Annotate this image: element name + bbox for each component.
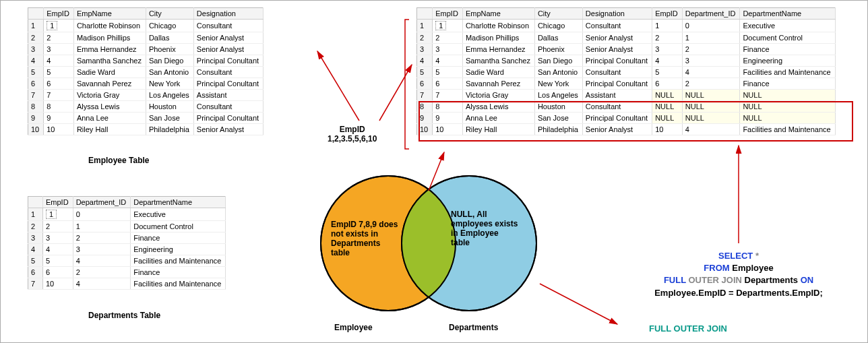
cell: 10 bbox=[652, 124, 683, 135]
cell: Executive bbox=[740, 20, 835, 32]
cell: Phoenix bbox=[146, 44, 193, 55]
cell: Principal Conultant bbox=[582, 55, 652, 67]
cell: 3 bbox=[652, 44, 683, 55]
cell: Document Control bbox=[740, 32, 835, 44]
row-number: 3 bbox=[417, 44, 433, 55]
cell: New York bbox=[146, 78, 193, 90]
cell: Alyssa Lewis bbox=[462, 101, 534, 113]
cell: Principal Conultant bbox=[193, 113, 263, 124]
cell: 8 bbox=[433, 101, 463, 113]
cell: New York bbox=[534, 78, 582, 90]
cell: 4 bbox=[433, 55, 463, 67]
cell: Phoenix bbox=[534, 44, 582, 55]
cell: 1 bbox=[73, 221, 131, 232]
cell: 4 bbox=[682, 124, 740, 135]
cell: San Jose bbox=[534, 113, 582, 124]
cell: Facilities and Maintenance bbox=[740, 67, 835, 78]
cell: 2 bbox=[433, 32, 463, 44]
column-header bbox=[28, 8, 44, 20]
cell: 3 bbox=[44, 44, 74, 55]
cell: 3 bbox=[73, 244, 131, 255]
cell: 6 bbox=[652, 78, 683, 90]
column-header: Designation bbox=[193, 8, 263, 20]
cell: 4 bbox=[73, 255, 131, 267]
cell: NULL bbox=[652, 90, 683, 101]
cell: 1 bbox=[682, 32, 740, 44]
cell: 5 bbox=[433, 67, 463, 78]
column-header: EmpName bbox=[462, 8, 534, 20]
cell: San Jose bbox=[146, 113, 193, 124]
cell: Charlotte Robinson bbox=[73, 20, 146, 32]
cell: Finance bbox=[131, 232, 226, 244]
cell: 4 bbox=[44, 55, 74, 67]
cell: Dallas bbox=[534, 32, 582, 44]
cell: NULL bbox=[740, 113, 835, 124]
cell: 10 bbox=[433, 124, 463, 135]
cell: 7 bbox=[44, 90, 74, 101]
cell: Executive bbox=[131, 208, 226, 221]
cell: 2 bbox=[73, 267, 131, 278]
cell: Facilities and Maintenance bbox=[740, 124, 835, 135]
cell: 2 bbox=[682, 44, 740, 55]
join-title: FULL OUTER JOIN bbox=[621, 323, 755, 335]
column-header: DepartmentName bbox=[131, 197, 226, 208]
cell: 4 bbox=[652, 55, 683, 67]
cell: Anna Lee bbox=[462, 113, 534, 124]
cell: Engineering bbox=[740, 55, 835, 67]
join-result-table: EmpIDEmpNameCityDesignationEmpIDDepartme… bbox=[416, 7, 836, 135]
row-number: 4 bbox=[28, 244, 43, 255]
cell: Consultant bbox=[193, 101, 263, 113]
column-header: DepartmentName bbox=[740, 8, 835, 20]
cell: Senior Analyst bbox=[193, 124, 263, 135]
cell: San Diego bbox=[534, 55, 582, 67]
cell: Finance bbox=[131, 267, 226, 278]
cell: 9 bbox=[433, 113, 463, 124]
row-number: 4 bbox=[28, 55, 44, 67]
departments-table: EmpIDDepartment_IDDepartmentName110Execu… bbox=[28, 196, 226, 290]
cell: Los Angeles bbox=[534, 90, 582, 101]
row-number: 5 bbox=[28, 67, 44, 78]
cell: Engineering bbox=[131, 244, 226, 255]
column-header: Designation bbox=[582, 8, 652, 20]
cell: Emma Hernandez bbox=[462, 44, 534, 55]
cell: Senior Analyst bbox=[193, 44, 263, 55]
cell: NULL bbox=[682, 113, 740, 124]
cell: 3 bbox=[43, 232, 73, 244]
cell: San Diego bbox=[146, 55, 193, 67]
cell: Senior Analyst bbox=[193, 32, 263, 44]
employee-table-wrapper: EmpIDEmpNameCityDesignation11Charlotte R… bbox=[28, 7, 264, 135]
cell: 5 bbox=[43, 255, 73, 267]
cell: Victoria Gray bbox=[73, 90, 146, 101]
empid-annotation: EmpID 1,2,3.5,5,6,10 bbox=[328, 125, 377, 144]
departments-table-wrapper: EmpIDDepartment_IDDepartmentName110Execu… bbox=[28, 196, 226, 290]
cell: 5 bbox=[652, 67, 683, 78]
row-number: 8 bbox=[28, 101, 44, 113]
row-number: 6 bbox=[417, 78, 433, 90]
cell: Riley Hall bbox=[73, 124, 146, 135]
row-number: 5 bbox=[28, 255, 43, 267]
row-number: 10 bbox=[28, 124, 44, 135]
column-header: Department_ID bbox=[73, 197, 131, 208]
cell: Madison Phillips bbox=[73, 32, 146, 44]
cell: Assistant bbox=[193, 90, 263, 101]
cell: 3 bbox=[433, 44, 463, 55]
row-number: 1 bbox=[28, 208, 43, 221]
row-number: 10 bbox=[417, 124, 433, 135]
cell: Consultant bbox=[582, 67, 652, 78]
row-number: 3 bbox=[28, 232, 43, 244]
row-number: 9 bbox=[417, 113, 433, 124]
cell: Finance bbox=[740, 44, 835, 55]
cell: 10 bbox=[44, 124, 74, 135]
cell: 2 bbox=[43, 221, 73, 232]
cell: Principal Conultant bbox=[582, 113, 652, 124]
cell: 1 bbox=[44, 20, 74, 32]
diagram-canvas: EmpIDEmpNameCityDesignation11Charlotte R… bbox=[0, 0, 868, 343]
cell: 6 bbox=[433, 78, 463, 90]
cell: 9 bbox=[44, 113, 74, 124]
cell: Finance bbox=[740, 78, 835, 90]
cell: 1 bbox=[652, 20, 683, 32]
join-table-wrapper: EmpIDEmpNameCityDesignationEmpIDDepartme… bbox=[416, 7, 836, 135]
cell: 10 bbox=[43, 278, 73, 290]
cell: Senior Analyst bbox=[582, 44, 652, 55]
row-number: 9 bbox=[28, 113, 44, 124]
